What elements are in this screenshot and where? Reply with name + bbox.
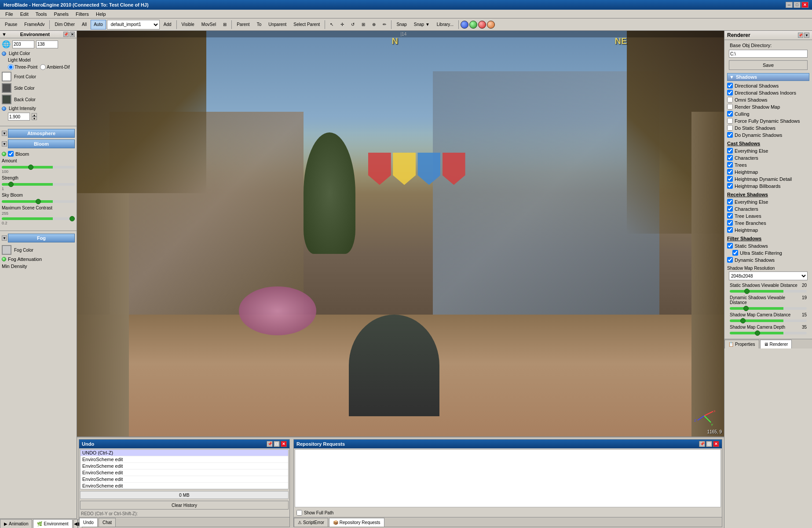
undo-pin-btn[interactable]: 📌	[267, 441, 273, 447]
all-button[interactable]: All	[79, 20, 90, 29]
tab-script-error[interactable]: ⚠ ScriptError	[294, 518, 328, 527]
color-sphere-blue[interactable]	[461, 21, 468, 29]
tool-rotate[interactable]: ↺	[348, 20, 358, 29]
recv-tree-branches-checkbox[interactable]	[727, 220, 733, 226]
menu-filters[interactable]: Filters	[72, 11, 92, 18]
tool-move[interactable]: ⊕	[369, 20, 379, 29]
renderer-arrow-btn[interactable]: ▼	[804, 33, 809, 38]
static-viewable-slider[interactable]	[730, 290, 807, 293]
cast-everything-checkbox[interactable]	[727, 148, 733, 154]
recv-everything-checkbox[interactable]	[727, 199, 733, 205]
fog-collapse[interactable]: ▼	[2, 235, 7, 241]
show-full-path-checkbox[interactable]	[296, 510, 302, 516]
repo-float-btn[interactable]: ⊡	[706, 441, 712, 447]
tab-arrow[interactable]: ◀	[73, 519, 77, 528]
unparent-button[interactable]: Unparent	[265, 20, 289, 29]
tab-undo[interactable]: Undo	[79, 518, 98, 527]
cast-hm-dynamic-checkbox[interactable]	[727, 176, 733, 182]
fog-color-swatch[interactable]	[2, 245, 11, 255]
undo-close-btn[interactable]: ✕	[281, 441, 287, 447]
bloom-checkbox[interactable]	[8, 151, 14, 157]
env-close-btn[interactable]: ✕	[69, 32, 75, 37]
max-contrast-slider[interactable]	[2, 217, 75, 220]
tool-select[interactable]: ↖	[327, 20, 337, 29]
tab-animation[interactable]: ▶ Animation	[0, 519, 32, 528]
minimize-button[interactable]: ─	[786, 2, 793, 8]
clear-history-btn[interactable]: Clear History	[80, 501, 289, 510]
frameadv-button[interactable]: FrameAdv	[21, 20, 48, 29]
color-sphere-green[interactable]	[469, 21, 477, 29]
undo-item-3[interactable]: EnviroScheme edit	[80, 469, 288, 476]
do-dynamic-checkbox[interactable]	[727, 132, 733, 138]
camera-depth-slider[interactable]	[730, 332, 807, 334]
maximize-button[interactable]: □	[794, 2, 801, 8]
ambient-dif-radio[interactable]: Ambient-Dif	[40, 64, 69, 70]
front-color-swatch[interactable]	[2, 72, 11, 81]
three-point-radio[interactable]: Three-Point	[8, 64, 37, 70]
coord-y-input[interactable]	[36, 40, 58, 48]
tab-chat[interactable]: Chat	[99, 518, 116, 527]
atmosphere-button[interactable]: Atmosphere	[8, 129, 75, 138]
side-color-swatch[interactable]	[2, 83, 11, 93]
viewport[interactable]: N NE |14 X Y Z 1165, 9	[77, 31, 724, 436]
save-button[interactable]: Save	[729, 60, 808, 70]
icon-btn-1[interactable]: ⊞	[220, 20, 230, 29]
menu-panels[interactable]: Panels	[50, 11, 72, 18]
visible-button[interactable]: Visible	[179, 20, 198, 29]
add-button[interactable]: Add	[161, 20, 175, 29]
filter-ultra-checkbox[interactable]	[732, 250, 738, 256]
bloom-section-button[interactable]: Bloom	[8, 139, 75, 148]
render-shadow-map-checkbox[interactable]	[727, 104, 733, 110]
tool-paint[interactable]: ✏	[380, 20, 389, 29]
tab-repo-requests[interactable]: 📦 Repository Requests	[329, 518, 384, 527]
menu-file[interactable]: File	[2, 11, 17, 18]
menu-tools[interactable]: Tools	[32, 11, 51, 18]
import-dropdown[interactable]: default_import1	[107, 20, 160, 29]
snap-button[interactable]: Snap ▼	[411, 20, 433, 29]
cast-trees-checkbox[interactable]	[727, 162, 733, 168]
tab-environment[interactable]: 🌿 Environment	[33, 519, 72, 528]
panel-collapse-btn[interactable]: ▼	[2, 32, 7, 37]
do-static-checkbox[interactable]	[727, 125, 733, 131]
tool-scale[interactable]: ⊞	[358, 20, 368, 29]
coord-x-input[interactable]	[12, 40, 34, 48]
parent-button[interactable]: Parent	[234, 20, 252, 29]
filters-button[interactable]: Snap	[393, 20, 410, 29]
filter-static-checkbox[interactable]	[727, 243, 733, 249]
movsel-button[interactable]: MovSel	[198, 20, 219, 29]
cast-heightmap-checkbox[interactable]	[727, 169, 733, 175]
close-button[interactable]: ✕	[801, 2, 808, 8]
cast-characters-checkbox[interactable]	[727, 155, 733, 161]
intensity-stepper[interactable]: ▲ ▼	[32, 113, 37, 120]
recv-characters-checkbox[interactable]	[727, 206, 733, 212]
undo-item-1[interactable]: EnviroScheme edit	[80, 456, 288, 463]
omni-shadows-checkbox[interactable]	[727, 97, 733, 103]
undo-item-4[interactable]: EnviroScheme edit	[80, 476, 288, 483]
color-sphere-camera[interactable]	[487, 21, 495, 29]
tab-properties[interactable]: 📋 Properties	[724, 340, 759, 348]
culling-checkbox[interactable]	[727, 111, 733, 117]
auto-button[interactable]: Auto	[91, 20, 106, 29]
undo-item-2[interactable]: EnviroScheme edit	[80, 463, 288, 469]
recv-tree-leaves-checkbox[interactable]	[727, 213, 733, 219]
back-color-swatch[interactable]	[2, 95, 11, 104]
cast-hm-billboards-checkbox[interactable]	[727, 183, 733, 189]
dynamic-viewable-slider[interactable]	[730, 307, 807, 310]
repo-pin-btn[interactable]: 📌	[699, 441, 705, 447]
to-button[interactable]: To	[254, 20, 265, 29]
base-obj-dir-input[interactable]	[729, 50, 808, 58]
camera-distance-slider[interactable]	[730, 319, 807, 322]
undo-float-btn[interactable]: ⊡	[274, 441, 280, 447]
renderer-pin-btn[interactable]: 📌	[798, 33, 803, 38]
color-sphere-red[interactable]	[478, 21, 486, 29]
shadow-map-dropdown[interactable]: 2048x2048 1024x1024 4096x4096	[729, 271, 808, 280]
directional-shadows-checkbox[interactable]	[727, 83, 733, 88]
pause-button[interactable]: Pause	[2, 20, 20, 29]
undo-item-5[interactable]: EnviroScheme edit	[80, 483, 288, 489]
fog-section-button[interactable]: Fog	[8, 234, 75, 242]
filter-dynamic-checkbox[interactable]	[727, 257, 733, 263]
select-parent-button[interactable]: Select Parent	[290, 20, 323, 29]
intensity-input[interactable]	[8, 113, 30, 121]
repo-close-btn[interactable]: ✕	[713, 441, 719, 447]
directional-shadows-indoors-checkbox[interactable]	[727, 90, 733, 95]
